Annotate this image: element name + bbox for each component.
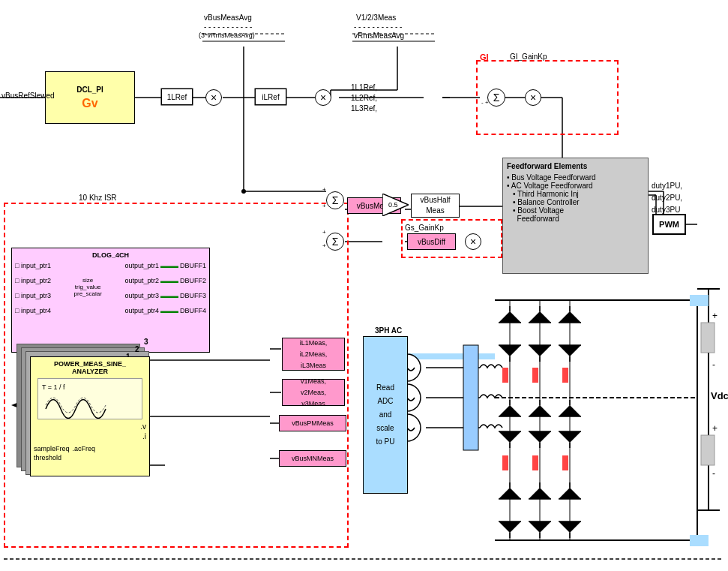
multiply-2: × — [315, 89, 331, 106]
svg-marker-73 — [499, 405, 521, 416]
input-ptr2: □ input_ptr2 — [15, 277, 51, 284]
svg-marker-106 — [529, 521, 551, 533]
ff-bullet1: • Bus Voltage Feedforward — [507, 173, 644, 182]
dbuff3-label: DBUFF3 — [180, 292, 206, 299]
svg-marker-88 — [559, 431, 581, 443]
svg-rect-92 — [532, 455, 538, 470]
read-adc-label: ReadADCandscaleto PU — [376, 381, 394, 449]
svg-marker-76 — [529, 405, 551, 416]
output-ptr1-row: output_ptr1 ▬▬▬ DBUFF1 — [124, 262, 206, 269]
sum-vbus1: Σ — [326, 191, 344, 209]
v123-meas-dash: - - - - - - - - - - - — [354, 23, 402, 31]
dbuff1-label: DBUFF1 — [180, 262, 206, 269]
output-ptr1: output_ptr1 — [124, 262, 159, 269]
num3: 3 — [144, 338, 148, 346]
svg-marker-55 — [529, 311, 551, 323]
vbus-meas-avg-dash: - - - - - - - - - - - — [204, 23, 252, 31]
multiply-1: × — [205, 89, 222, 106]
ff-bullet2: • AC Voltage Feedforward — [507, 182, 644, 190]
gi-label: GI — [480, 53, 489, 62]
v-meas-block: v1Meas,v2Meas,v3Meas — [282, 379, 345, 406]
sum-vbus2: Σ — [326, 233, 344, 251]
vdc-label: Vdc — [711, 390, 728, 401]
dcl-pi-block: DCL_PI Gv — [45, 71, 135, 124]
dcl-pi-label: DCL_PI — [76, 86, 103, 94]
ff-bullet4: • Balance Controller — [513, 198, 644, 206]
feedforward-block: Feedforward Elements • Bus Voltage Feedf… — [502, 158, 649, 274]
size-label: size — [82, 277, 93, 284]
vbus-meas-avg-formula: (3*vRmsMeasAvg) — [199, 32, 255, 39]
v-port: .v — [140, 422, 146, 431]
svg-text:+: + — [712, 311, 718, 321]
trig-label: trig_value — [75, 284, 101, 290]
svg-rect-93 — [562, 455, 568, 470]
output-ptr4-row: output_ptr4 ▬▬▬ DBUFF4 — [124, 307, 206, 314]
svg-marker-100 — [559, 488, 581, 499]
gi-gainkp-label: GI_GainKp — [510, 53, 547, 61]
svg-rect-122 — [690, 535, 709, 546]
dbuff2-label: DBUFF2 — [180, 277, 206, 284]
vbus-ref-slewed: vBusRefSlewed — [1, 92, 55, 100]
svg-rect-39 — [701, 323, 715, 353]
sum-vbus1-sign-plus: + — [322, 186, 326, 193]
v123-meas-formula: vRmsMeasAvg — [354, 32, 404, 40]
svg-marker-64 — [529, 345, 551, 356]
output-ptr4: output_ptr4 — [124, 307, 159, 314]
svg-text:0.5: 0.5 — [388, 201, 398, 209]
v123-meas-label: V1/2/3Meas — [356, 14, 396, 22]
sum-gi: Σ — [487, 89, 505, 107]
ff-bullet3: • Third Harmonic Inj — [513, 190, 644, 198]
sum-vbus2-plus: + — [322, 229, 326, 236]
dbuff4-label: DBUFF4 — [180, 307, 206, 314]
svg-marker-58 — [559, 311, 581, 323]
read-adc-block: ReadADCandscaleto PU — [363, 336, 408, 494]
svg-marker-82 — [499, 431, 521, 443]
sum-vbus2-minus: + — [322, 242, 326, 249]
pwm-block: PWM — [652, 214, 686, 235]
svg-rect-71 — [532, 368, 538, 383]
input-ptr1: □ input_ptr1 — [15, 262, 51, 269]
dbuff1-indicator: ▬▬▬ — [160, 263, 178, 269]
vbus-diff-block: vBusDiff — [407, 233, 456, 250]
output-ptr3: output_ptr3 — [124, 292, 159, 299]
svg-marker-97 — [529, 488, 551, 499]
dcl-pi-gv: Gv — [82, 97, 97, 110]
ff-bullet5: • Boost Voltage Feedforward — [513, 206, 644, 223]
sample-freq: sampleFreq — [34, 445, 70, 452]
power-analyzer-block: POWER_MEAS_SINE_ANALYZER T = 1 / f .v .i… — [30, 356, 150, 476]
power-analyzer-title: POWER_MEAS_SINE_ANALYZER — [34, 360, 146, 375]
one-l-ref-block: 1LRef — [161, 89, 193, 105]
svg-marker-52 — [499, 311, 521, 323]
isr-label: 10 Khz ISR — [79, 194, 117, 202]
svg-rect-70 — [502, 368, 508, 383]
half-gain-block: 0.5 — [382, 194, 409, 216]
dbuff4-indicator: ▬▬▬ — [160, 308, 178, 314]
svg-marker-79 — [559, 405, 581, 416]
prescalar-label: pre_scalar — [74, 290, 102, 297]
dlog-title: DLOG_4CH — [15, 251, 206, 259]
output-ptr3-row: output_ptr3 ▬▬▬ DBUFF3 — [124, 292, 206, 299]
svg-text:T = 1 / f: T = 1 / f — [42, 383, 65, 391]
svg-marker-61 — [499, 345, 521, 356]
vbus-pm-meas-block: vBusPMMeas — [279, 415, 346, 431]
i-port: .i — [142, 432, 146, 440]
vbus-mn-meas-block: vBusMNMeas — [279, 450, 346, 467]
svg-marker-94 — [499, 488, 521, 499]
svg-rect-91 — [502, 455, 508, 470]
dbuff3-indicator: ▬▬▬ — [160, 293, 178, 299]
dbuff2-indicator: ▬▬▬ — [160, 278, 178, 284]
svg-rect-121 — [690, 295, 709, 306]
svg-rect-51 — [463, 345, 478, 450]
svg-text:+: + — [712, 423, 718, 434]
il-ref-block: iLRef — [255, 89, 286, 105]
il-meas-block: iL1Meas,iL2Meas,iL3Meas — [282, 338, 345, 371]
multiply-gi: × — [525, 89, 541, 106]
svg-marker-67 — [559, 345, 581, 356]
output-ptr2: output_ptr2 — [124, 277, 159, 284]
output-ptr2-row: output_ptr2 ▬▬▬ DBUFF2 — [124, 277, 206, 284]
svg-marker-85 — [529, 431, 551, 443]
vbus-meas-avg-label: vBusMeasAvg — [204, 14, 252, 22]
dlog-4ch-block: DLOG_4CH □ input_ptr1 □ input_ptr2 □ inp… — [11, 248, 210, 353]
svg-text:-: - — [712, 468, 715, 479]
threshold-label: threshold — [34, 454, 146, 461]
